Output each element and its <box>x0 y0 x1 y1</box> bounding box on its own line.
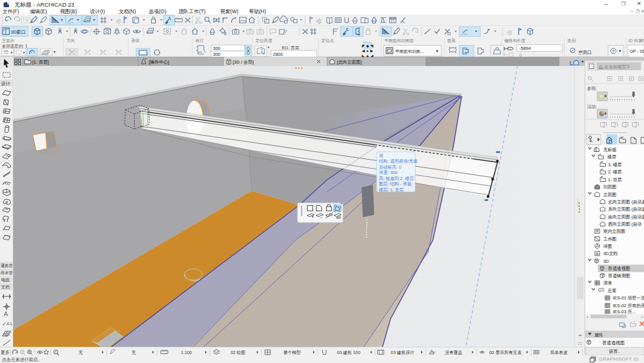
svg-text:3D窗口: 3D窗口 <box>11 29 26 35</box>
svg-text:方向: 方向 <box>67 38 75 43</box>
svg-text:文档: 文档 <box>1 284 10 290</box>
svg-text:↙A1: ↙A1 <box>2 321 13 326</box>
svg-text:工作图: 工作图 <box>603 236 616 242</box>
svg-text:南向立面图 (自动重: 南向立面图 (自动重 <box>607 214 644 220</box>
svg-text:厚度: 300: 厚度: 300 <box>379 170 398 175</box>
svg-text:03 建筑设计: 03 建筑设计 <box>391 350 414 355</box>
svg-text:无: 无 <box>131 350 136 355</box>
svg-text:无标题: 无标题 <box>603 147 617 152</box>
svg-text:‹: ‹ <box>586 314 588 320</box>
svg-text:300: 300 <box>213 46 221 51</box>
svg-text:[北向立面图]: [北向立面图] <box>337 59 362 65</box>
svg-text:属性: 属性 <box>594 332 604 338</box>
svg-text:普通透视图: 普通透视图 <box>602 340 625 346</box>
svg-text:3. 楼层: 3. 楼层 <box>608 162 622 167</box>
svg-text:楼层: 1. 首层: 楼层: 1. 首层 <box>379 187 404 193</box>
svg-text:普通轴测图: 普通轴测图 <box>608 273 630 278</box>
svg-text:0: 0 <box>519 52 522 58</box>
svg-text:定位点: 定位点 <box>321 38 334 43</box>
svg-text:[操作中心]: [操作中心] <box>149 59 169 65</box>
svg-text:西向立面图 (自动: 西向立面图 (自动 <box>608 221 642 227</box>
svg-text:排水管: 排水管 <box>1 271 13 275</box>
svg-text:3D: 3D <box>603 259 609 264</box>
svg-text:高: 链接到 2. 楼层: 高: 链接到 2. 楼层 <box>379 176 414 181</box>
svg-text:立面图: 立面图 <box>603 192 616 197</box>
svg-text:IES-03 所...: IES-03 所... <box>613 309 636 314</box>
svg-text:图层: 结构 - 承载: 图层: 结构 - 承载 <box>379 181 411 187</box>
svg-text:全部选定的: 1: 全部选定的: 1 <box>2 44 28 49</box>
svg-text:设置..: 设置.. <box>609 349 620 354</box>
svg-text:1. 首层: 1. 首层 <box>608 177 622 182</box>
svg-text:◆: ◆ <box>366 44 369 48</box>
svg-text:偏移和长度: 偏移和长度 <box>504 38 525 43</box>
svg-text:东向立面图 (自动重: 东向立面图 (自动重 <box>608 206 644 212</box>
svg-text:[1. 首层]: [1. 首层] <box>32 59 49 65</box>
svg-text:无: 无 <box>79 350 83 355</box>
svg-text:OP - 00: OP - 00 <box>630 49 644 54</box>
svg-text:图形: 图形 <box>447 38 456 43</box>
svg-text:3D文档: 3D文档 <box>603 251 618 256</box>
svg-text:主要的: 主要的 <box>2 38 14 43</box>
svg-text:▶: ▶ <box>371 49 374 53</box>
svg-text:更多: 更多 <box>1 350 10 355</box>
svg-text:02 绘图: 02 绘图 <box>231 350 246 355</box>
svg-text:结构: 通用类墙/壳体: 结构: 通用类墙/壳体 <box>379 158 418 164</box>
svg-text:A: A <box>4 310 8 317</box>
svg-text:清单: 清单 <box>603 280 612 286</box>
svg-text:参照:: 参照: <box>587 86 597 91</box>
svg-text:300: 300 <box>213 52 221 57</box>
svg-text:普通透视图: 普通透视图 <box>608 266 630 271</box>
svg-text:›: › <box>641 314 643 320</box>
svg-text:详图: 详图 <box>603 244 612 249</box>
svg-text:基础标高: 0: 基础标高: 0 <box>379 164 401 170</box>
svg-text:-5894: -5894 <box>519 46 531 51</box>
svg-text:在当前楼层下: 在当前楼层下 <box>604 64 630 70</box>
svg-text:北向立面图 (自动重: 北向立面图 (自动重 <box>608 199 644 205</box>
svg-text:通风管: 通风管 <box>1 263 13 268</box>
svg-text:简单表皮: 简单表皮 <box>550 350 568 355</box>
svg-text:1:100: 1:100 <box>181 350 192 355</box>
svg-text:楼层: 楼层 <box>607 154 616 160</box>
svg-text:IES-01 墙壁一览: IES-01 墙壁一览 <box>613 295 644 301</box>
svg-text:活动:: 活动: <box>587 104 597 109</box>
svg-text:电缆: 电缆 <box>1 278 10 283</box>
svg-text:◀: ◀ <box>362 49 365 53</box>
svg-text:标注: 标注 <box>195 38 204 43</box>
svg-text:ID 和属性:: ID 和属性: <box>628 38 644 43</box>
svg-text:◤: ◤ <box>362 44 365 48</box>
svg-text:2. 楼层: 2. 楼层 <box>608 169 622 175</box>
svg-text:00 显示所有元素: 00 显示所有元素 <box>489 350 522 355</box>
svg-text:形状: 形状 <box>131 38 140 43</box>
svg-text:剖面图: 剖面图 <box>603 184 616 190</box>
svg-text:2800: 2800 <box>273 52 283 57</box>
svg-text:类别: 类别 <box>567 38 576 43</box>
svg-text:平面图和剖面图: 平面图和剖面图 <box>384 38 414 43</box>
svg-text:到1. 首层: 到1. 首层 <box>282 46 299 50</box>
svg-text:[3D / 全部]: [3D / 全部] <box>233 59 254 65</box>
svg-text:空洞口: 空洞口 <box>578 50 592 55</box>
svg-text:定位高度: 定位高度 <box>255 38 272 43</box>
svg-text:整个模型: 整个模型 <box>283 350 301 355</box>
svg-text:墙: 墙 <box>378 153 384 158</box>
svg-text:设计: 设计 <box>1 81 11 86</box>
svg-text:●: ● <box>366 49 369 53</box>
svg-text:元素: 元素 <box>607 288 616 293</box>
svg-text:◥: ◥ <box>371 44 374 48</box>
svg-text:03 建筑 100: 03 建筑 100 <box>337 350 360 355</box>
svg-text:室内立面图: 室内立面图 <box>603 229 625 234</box>
svg-text:平面图和剖面...: 平面图和剖面... <box>395 49 424 54</box>
svg-text:IES-02 所有的开: IES-02 所有的开 <box>613 303 644 308</box>
svg-text:没有覆盖: 没有覆盖 <box>445 350 462 355</box>
